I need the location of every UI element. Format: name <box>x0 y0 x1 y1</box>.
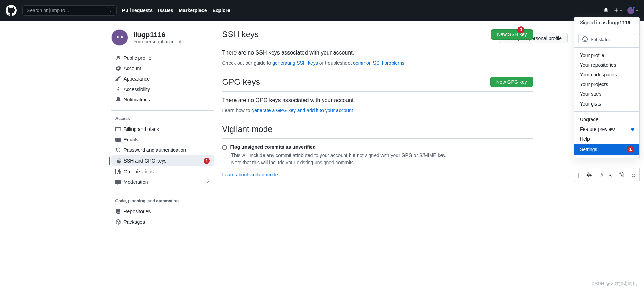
gpg-title: GPG keys <box>222 77 260 87</box>
sidebar-item-password-and-authentication[interactable]: Password and authentication <box>111 145 214 155</box>
github-logo-icon[interactable] <box>6 5 17 16</box>
search-slash-hint: / <box>108 7 114 14</box>
sidebar-item-moderation[interactable]: Moderation <box>111 177 214 187</box>
new-ssh-key-button[interactable]: New SSH key 3 <box>491 29 533 40</box>
main-container: liugp1116 Your personal account Public p… <box>100 21 544 241</box>
generating-ssh-keys-link[interactable]: generating SSH keys <box>272 60 318 66</box>
ime-lang-cn[interactable]: 简 <box>619 172 625 179</box>
sidebar: liugp1116 Your personal account Public p… <box>111 29 214 233</box>
nav-marketplace[interactable]: Marketplace <box>179 8 207 13</box>
bell-icon <box>115 97 121 102</box>
sidebar-item-label: Accessibility <box>124 86 210 92</box>
common-ssh-problems-link[interactable]: common SSH problems <box>353 60 404 66</box>
key-icon <box>115 158 121 164</box>
badge-count: 3 <box>517 26 524 33</box>
smiley-icon[interactable]: ☺ <box>631 172 636 178</box>
avatar-large <box>111 29 128 46</box>
vigilant-title: Vigilant mode <box>222 124 533 139</box>
gpg-section: GPG keys New GPG key There are no GPG ke… <box>222 77 533 113</box>
dd-upgrade[interactable]: Upgrade <box>574 115 639 124</box>
sidebar-item-repositories[interactable]: Repositories <box>111 206 214 217</box>
profile-header: liugp1116 Your personal account <box>111 29 214 46</box>
badge-count: 2 <box>204 158 210 164</box>
card-icon <box>115 126 121 132</box>
ime-lang-en[interactable]: 英 <box>586 172 592 179</box>
header-right <box>603 7 638 14</box>
ssh-help-text: Check out our guide to generating SSH ke… <box>222 60 533 66</box>
ime-punct-icon[interactable]: •, <box>609 172 613 178</box>
plus-icon <box>613 8 619 13</box>
flag-unsigned-label: Flag unsigned commits as unverified <box>230 144 316 150</box>
set-status-button[interactable]: Set status <box>578 34 635 44</box>
create-new-dropdown[interactable] <box>613 8 622 13</box>
generate-gpg-key-link[interactable]: generate a GPG key and add it to your ac… <box>251 108 353 113</box>
dd-your-gists[interactable]: Your gists <box>574 99 639 109</box>
dd-your-repositories[interactable]: Your repositories <box>574 60 639 70</box>
dd-your-codespaces[interactable]: Your codespaces <box>574 70 639 80</box>
sidebar-item-public-profile[interactable]: Public profile <box>111 53 214 63</box>
learn-vigilant-mode-link[interactable]: Learn about vigilant mode <box>222 172 278 177</box>
divider <box>111 193 214 193</box>
nav-explore[interactable]: Explore <box>212 8 230 13</box>
sidebar-item-organizations[interactable]: Organizations <box>111 166 214 177</box>
dot-indicator-icon <box>631 128 634 131</box>
package-icon <box>115 219 121 225</box>
sidebar-item-label: Repositories <box>124 209 210 214</box>
vigilant-description: This will include any commit attributed … <box>231 152 533 166</box>
sidebar-item-ssh-and-gpg-keys[interactable]: SSH and GPG keys2 <box>111 155 214 166</box>
dd-your-profile[interactable]: Your profile <box>574 50 639 60</box>
status-dot-icon <box>632 6 635 9</box>
sidebar-item-label: Password and authentication <box>124 147 210 153</box>
sidebar-item-label: SSH and GPG keys <box>124 158 201 164</box>
mail-icon <box>115 137 121 142</box>
avatar-icon <box>627 7 634 14</box>
sidebar-item-label: Organizations <box>124 169 210 174</box>
chevron-down-icon <box>206 180 210 184</box>
sidebar-item-notifications[interactable]: Notifications <box>111 94 214 105</box>
dd-settings[interactable]: Settings1 <box>574 144 639 155</box>
dd-feature-preview[interactable]: Feature preview <box>574 124 639 134</box>
global-header: / Pull requests Issues Marketplace Explo… <box>0 0 644 21</box>
brush-icon <box>115 76 121 82</box>
sidebar-item-label: Packages <box>124 219 210 225</box>
ssh-section: SSH keys New SSH key 3 There are no SSH … <box>222 29 533 66</box>
svg-rect-1 <box>117 36 118 38</box>
accessibility-icon <box>115 86 121 92</box>
search-wrap: / <box>22 5 117 16</box>
dd-your-stars[interactable]: Your stars <box>574 89 639 99</box>
main-content: SSH keys New SSH key 3 There are no SSH … <box>222 29 533 233</box>
profile-subtitle: Your personal account <box>134 39 182 44</box>
moon-icon[interactable]: ☽ <box>598 172 603 178</box>
divider <box>574 111 639 112</box>
sidebar-item-packages[interactable]: Packages <box>111 217 214 227</box>
gpg-help-text: Learn how to generate a GPG key and add … <box>222 108 533 113</box>
user-avatar-dropdown[interactable] <box>627 7 638 14</box>
sidebar-item-account[interactable]: Account <box>111 63 214 74</box>
dropdown-signed-in: Signed in as liugp1116 <box>574 17 639 28</box>
profile-username: liugp1116 <box>134 31 182 39</box>
caret-down-icon <box>620 10 622 11</box>
search-input[interactable] <box>22 5 117 16</box>
person-icon <box>115 55 121 61</box>
new-gpg-key-button[interactable]: New GPG key <box>490 77 533 87</box>
bell-icon[interactable] <box>603 8 609 13</box>
user-menu-dropdown: Signed in as liugp1116 Set status Your p… <box>574 17 640 158</box>
ssh-title: SSH keys <box>222 30 259 39</box>
sidebar-item-accessibility[interactable]: Accessibility <box>111 84 214 94</box>
sidebar-item-appearance[interactable]: Appearance <box>111 74 214 84</box>
sidebar-item-label: Public profile <box>124 55 210 61</box>
ime-toggle-icon[interactable]: ‖ <box>577 172 580 178</box>
dd-help[interactable]: Help <box>574 134 639 144</box>
divider <box>574 31 639 31</box>
sidebar-item-emails[interactable]: Emails <box>111 134 214 145</box>
nav-pull-requests[interactable]: Pull requests <box>122 8 153 13</box>
dd-your-projects[interactable]: Your projects <box>574 80 639 89</box>
sidebar-item-label: Notifications <box>124 97 210 102</box>
ime-bar: ‖ 英 ☽ •, 简 ☺ <box>574 168 640 182</box>
sidebar-item-label: Billing and plans <box>124 126 210 132</box>
gpg-empty-text: There are no GPG keys associated with yo… <box>222 97 533 103</box>
avatar-placeholder-icon <box>115 33 124 42</box>
sidebar-item-billing-and-plans[interactable]: Billing and plans <box>111 124 214 134</box>
flag-unsigned-checkbox[interactable] <box>222 145 227 150</box>
nav-issues[interactable]: Issues <box>158 8 173 13</box>
